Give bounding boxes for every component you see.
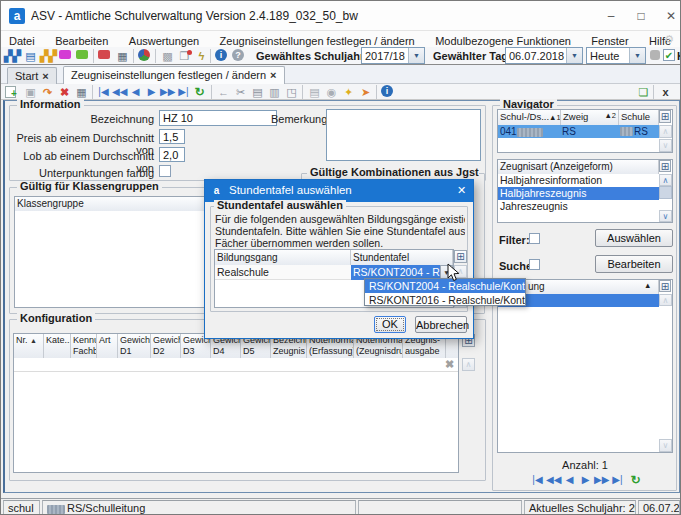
konfig-col-art[interactable]: Art — [97, 334, 118, 358]
modules-icon[interactable]: ▩ — [159, 48, 176, 64]
dialog-message-line2: Stundentafeln. Bitte wählen Sie eine Stu… — [215, 225, 465, 237]
teachers-icon[interactable]: ▞▞ — [40, 48, 57, 64]
navigator-col-schule[interactable]: Schule — [619, 110, 659, 125]
minimize-button[interactable]: – — [597, 4, 625, 28]
class-list-icon[interactable]: ▤ — [22, 48, 39, 64]
nav-fast-prev-icon[interactable]: ◀◀ — [112, 86, 127, 97]
calculator-icon[interactable]: ▦ — [114, 48, 131, 64]
phone-icon[interactable] — [650, 50, 660, 60]
dropdown-option[interactable]: RS/KONT2016 - Realschule/Kontingent 2016 — [365, 293, 525, 307]
delete-row-icon[interactable]: ✖ — [443, 358, 456, 371]
nav-fast-prev-icon[interactable]: ◀◀ — [546, 474, 561, 485]
result-list-settings-icon[interactable]: ⊞ — [659, 280, 671, 292]
bemerkung-textarea[interactable] — [326, 109, 481, 161]
nav-next-icon[interactable]: ▶ — [144, 86, 159, 97]
chevron-down-icon: ▼ — [566, 48, 582, 63]
filter-checkbox[interactable] — [529, 233, 540, 244]
konfig-col-gewicht-d1[interactable]: GewichtD1 — [118, 334, 151, 358]
nav-first-icon[interactable]: |◀ — [530, 474, 545, 485]
zeugnisart-item[interactable]: Jahreszeugnis — [498, 200, 659, 213]
zeugnisart-header[interactable]: Zeugnisart (Anzeigeform) — [498, 160, 659, 174]
ok-button[interactable]: OK — [374, 316, 406, 333]
konfig-col-nr[interactable]: Nr. ▲ — [14, 334, 44, 358]
dialog-table-settings-icon[interactable]: ⊞ — [454, 250, 467, 263]
zeugnisart-settings-icon[interactable]: ⊞ — [659, 160, 671, 172]
dialog-col-bildungsgang[interactable]: Bildungsgang — [215, 250, 351, 265]
auswaehlen-button[interactable]: Auswählen — [595, 229, 673, 247]
dialog-row-bildungsgang[interactable]: Realschule — [215, 265, 351, 280]
close-button[interactable]: ✕ — [657, 4, 681, 28]
maximize-button[interactable]: □ — [627, 4, 655, 28]
dialog-col-stundentafel[interactable]: Stundentafel — [351, 250, 453, 265]
konfig-scroll-up-icon[interactable]: ∧ — [462, 358, 475, 371]
dialog-title: Stundentafel auswählen — [229, 184, 439, 196]
scroll-down-icon[interactable]: ∨ — [659, 139, 672, 152]
scroll-thumb[interactable] — [659, 186, 672, 199]
nav-last-icon[interactable]: ▶| — [610, 474, 625, 485]
paste-icon[interactable]: ▥ — [266, 84, 283, 100]
nav-next-icon[interactable]: ▶ — [578, 474, 593, 485]
unterpunktungen-checkbox[interactable] — [159, 165, 171, 177]
dialog-close-icon[interactable]: ✕ — [457, 184, 466, 197]
bearbeiten-button[interactable]: Bearbeiten — [595, 255, 673, 273]
dropdown-option-selected[interactable]: RS/KONT2004 - Realschule/Kontingent 2004 — [365, 279, 525, 293]
students-icon[interactable]: ▞▞ — [4, 48, 21, 64]
nav-prev-icon[interactable]: ◀ — [128, 86, 143, 97]
info-icon[interactable]: i — [215, 49, 227, 61]
tab-close-icon[interactable]: × — [270, 69, 276, 81]
cancel-button[interactable]: Abbrechen — [415, 316, 467, 333]
navigator-col-schule-nr[interactable]: Schul-/Ds...▲1 — [498, 110, 561, 125]
schuljahr-select[interactable]: 2017/18 ▼ — [361, 47, 425, 64]
zeugnisart-item-selected[interactable]: Halbjahreszeugnis — [498, 187, 659, 200]
announce-horn-icon[interactable]: ➤ — [357, 84, 374, 100]
konfig-col-kennung[interactable]: KennuFachbe — [71, 334, 97, 358]
zeitraum-select[interactable]: Heute ▼ — [586, 47, 646, 64]
konfig-col-kategorie[interactable]: Kate... — [44, 334, 71, 358]
copy-icon[interactable]: ▤ — [249, 84, 266, 100]
message-red-icon[interactable] — [98, 50, 110, 59]
tab-zeugniseinstellungen[interactable]: Zeugniseinstellungen festlegen / ändern× — [63, 66, 285, 85]
cut-icon[interactable]: ✂ — [232, 84, 249, 100]
scroll-up-icon[interactable]: ∧ — [659, 294, 672, 306]
undock-panel-icon[interactable]: ❏ — [635, 84, 652, 100]
navigator-col-zweig[interactable]: Zweig ▲2 — [561, 110, 619, 125]
preview-icon[interactable]: ◉ — [323, 84, 340, 100]
navigator-table-settings-icon[interactable]: ⊞ — [659, 110, 671, 123]
bezeichnung-input[interactable] — [159, 110, 277, 126]
print-icon[interactable]: ▤ — [306, 84, 323, 100]
konfig-empty-row[interactable] — [14, 358, 458, 372]
info-icon[interactable]: i — [381, 85, 393, 97]
lob-input[interactable] — [159, 147, 185, 162]
menu-bar: Datei Bearbeiten Auswertungen Zeugnisein… — [1, 31, 680, 47]
close-panel-icon[interactable]: x — [657, 84, 674, 100]
globe-icon[interactable] — [138, 49, 150, 61]
help-icon[interactable]: ? — [232, 49, 244, 61]
select-region-icon[interactable]: ◳ — [283, 84, 300, 100]
tag-select[interactable]: 06.07.2018 ▼ — [505, 47, 583, 64]
lightning-icon[interactable]: ϟ — [193, 48, 210, 64]
scroll-up-icon[interactable]: ∧ — [659, 174, 672, 186]
scroll-up-icon[interactable]: ∧ — [659, 125, 672, 138]
tip-lightbulb-icon[interactable]: ✦ — [340, 84, 357, 100]
refresh-icon[interactable]: ↻ — [192, 85, 207, 99]
message-pink-icon[interactable] — [59, 50, 71, 59]
konfig-col-gewicht-d2[interactable]: GewichtD2 — [151, 334, 181, 358]
suche-checkbox[interactable] — [529, 259, 540, 270]
zeugnisart-item[interactable]: Halbjahresinformation — [498, 174, 659, 187]
gear-icon[interactable]: ⚙ — [664, 33, 674, 46]
nav-fast-next-icon[interactable]: ▶▶ — [160, 86, 175, 97]
nav-first-icon[interactable]: |◀ — [96, 86, 111, 97]
tab-start[interactable]: Start× — [7, 67, 57, 85]
nav-last-icon[interactable]: ▶| — [176, 86, 191, 97]
klasse-beibehalten-checkbox[interactable]: ✔ — [663, 49, 675, 61]
message-green-icon[interactable] — [76, 50, 88, 59]
nav-fast-next-icon[interactable]: ▶▶ — [594, 474, 609, 485]
scroll-down-icon[interactable]: ∨ — [659, 439, 672, 452]
scroll-down-icon[interactable]: ∨ — [659, 210, 672, 222]
back-icon[interactable]: ← — [215, 84, 232, 100]
navigator-school-row[interactable]: 041 RS RS — [498, 125, 659, 138]
preis-input[interactable] — [159, 129, 185, 144]
refresh-icon[interactable]: ↻ — [628, 473, 643, 487]
nav-prev-icon[interactable]: ◀ — [562, 474, 577, 485]
tab-close-icon[interactable]: × — [42, 70, 48, 82]
